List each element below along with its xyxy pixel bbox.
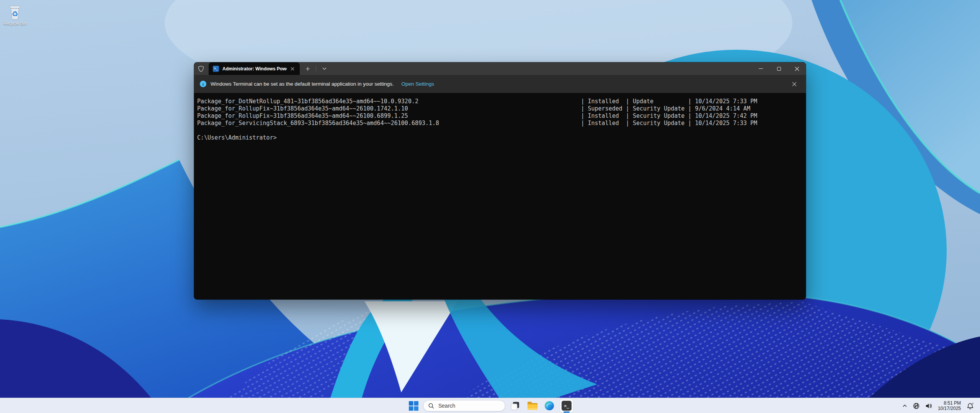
powershell-icon: >_: [213, 66, 219, 72]
bell-dnd-icon: z z: [966, 402, 974, 410]
recycle-bin-icon: ♻: [7, 4, 23, 21]
terminal-content[interactable]: Package_for_DotNetRollup_481~31bf3856ad3…: [194, 93, 806, 299]
tab-dropdown-button[interactable]: [319, 64, 329, 73]
new-tab-button[interactable]: [303, 64, 313, 73]
close-window-button[interactable]: [788, 62, 806, 75]
taskbar: >_: [0, 398, 980, 413]
notification-center-button[interactable]: z z: [964, 399, 976, 412]
globe-no-internet-icon: [913, 402, 920, 410]
start-button[interactable]: [406, 398, 421, 413]
task-view-icon: [510, 401, 520, 411]
terminal-taskbar-button[interactable]: >_: [559, 398, 574, 413]
plus-icon: [305, 67, 310, 71]
speaker-icon: [925, 402, 932, 410]
close-icon: [291, 67, 294, 71]
taskbar-center-group: >_: [406, 398, 574, 413]
info-icon: i: [200, 81, 206, 87]
svg-text:z: z: [972, 402, 973, 404]
recycle-bin-label: Recycle Bin: [2, 21, 28, 26]
tray-overflow-button[interactable]: [900, 399, 910, 412]
maximize-button[interactable]: [770, 62, 788, 75]
windows-logo-icon: [409, 401, 418, 411]
maximize-icon: [777, 67, 781, 71]
tray-time: 8:51 PM: [944, 400, 961, 406]
terminal-icon: >_: [562, 401, 572, 411]
banner-close-button[interactable]: [789, 79, 799, 89]
tray-date: 10/17/2025: [938, 406, 961, 411]
open-settings-link[interactable]: Open Settings: [402, 81, 434, 87]
tab-title: Administrator: Windows PowerShell: [222, 66, 287, 72]
terminal-titlebar[interactable]: >_ Administrator: Windows PowerShell: [194, 62, 806, 75]
terminal-output: Package_for_DotNetRollup_481~31bf3856ad3…: [197, 98, 803, 141]
minimize-button[interactable]: [752, 62, 770, 75]
close-icon: [795, 67, 799, 71]
volume-button[interactable]: [923, 399, 934, 412]
admin-shield-icon: [198, 65, 204, 72]
active-app-indicator: [564, 411, 570, 413]
task-view-button[interactable]: [507, 398, 523, 413]
default-terminal-banner: i Windows Terminal can be set as the def…: [194, 75, 806, 93]
terminal-tab[interactable]: >_ Administrator: Windows PowerShell: [209, 62, 300, 75]
chevron-up-icon: [902, 403, 908, 408]
desktop: ♻ Recycle Bin >_ Administrator: Windows …: [0, 0, 980, 413]
file-explorer-button[interactable]: [524, 398, 540, 413]
system-tray: 8:51 PM 10/17/2025 z z: [900, 398, 976, 413]
search-input[interactable]: [438, 403, 496, 409]
search-icon: [428, 403, 434, 409]
windows-terminal-window: >_ Administrator: Windows PowerShell: [194, 62, 806, 299]
svg-text:♻: ♻: [11, 10, 18, 18]
banner-message: Windows Terminal can be set as the defau…: [211, 81, 394, 87]
taskbar-search[interactable]: [423, 400, 505, 411]
chevron-down-icon: [322, 67, 327, 70]
file-explorer-icon: [527, 402, 537, 410]
network-button[interactable]: [911, 399, 922, 412]
edge-icon: [544, 401, 554, 411]
close-icon: [792, 82, 797, 86]
titlebar-divider: [316, 66, 316, 72]
window-controls: [752, 62, 806, 75]
clock[interactable]: 8:51 PM 10/17/2025: [935, 400, 963, 411]
tab-close-button[interactable]: [288, 65, 297, 73]
edge-button[interactable]: [542, 398, 557, 413]
recycle-bin-desktop-icon[interactable]: ♻ Recycle Bin: [2, 4, 28, 26]
minimize-icon: [759, 68, 763, 69]
